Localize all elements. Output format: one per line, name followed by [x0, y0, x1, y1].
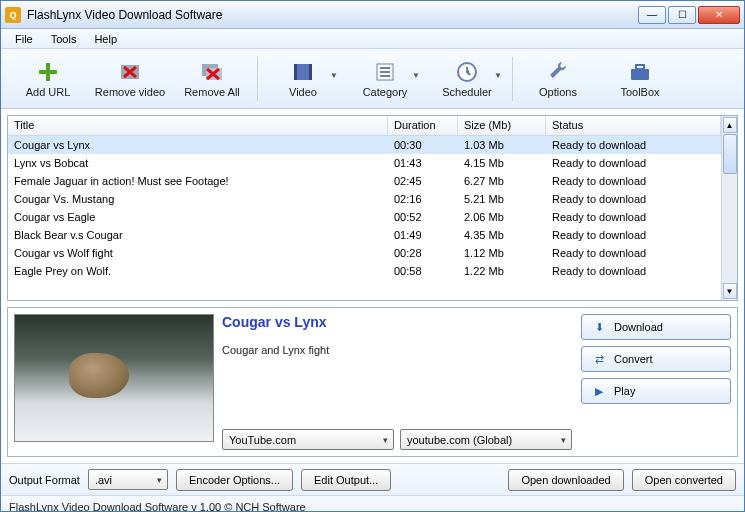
cell-title: Cougar vs Wolf fight — [8, 247, 388, 259]
bottom-bar: Output Format .avi Encoder Options... Ed… — [1, 463, 744, 495]
action-buttons: ⬇Download ⇄Convert ▶Play — [581, 314, 731, 450]
download-label: Download — [614, 321, 663, 333]
menu-help[interactable]: Help — [86, 31, 125, 47]
cell-size: 2.06 Mb — [458, 211, 546, 223]
scheduler-button[interactable]: Scheduler ▼ — [426, 53, 508, 105]
remove-video-button[interactable]: Remove video — [89, 53, 171, 105]
titlebar: Q FlashLynx Video Download Software — ☐ … — [1, 1, 744, 29]
options-button[interactable]: Options — [517, 53, 599, 105]
cell-status: Ready to download — [546, 265, 721, 277]
convert-icon: ⇄ — [592, 352, 606, 366]
cell-title: Cougar vs Eagle — [8, 211, 388, 223]
col-status[interactable]: Status — [546, 116, 721, 135]
table-row[interactable]: Cougar vs Wolf fight00:281.12 MbReady to… — [8, 244, 721, 262]
list-icon — [373, 60, 397, 84]
cell-size: 4.35 Mb — [458, 229, 546, 241]
table-row[interactable]: Cougar vs Lynx00:301.03 MbReady to downl… — [8, 136, 721, 154]
detail-panel: Cougar vs Lynx Cougar and Lynx fight You… — [7, 307, 738, 457]
remove-all-button[interactable]: Remove All — [171, 53, 253, 105]
video-label: Video — [289, 86, 317, 98]
convert-button[interactable]: ⇄Convert — [581, 346, 731, 372]
convert-label: Convert — [614, 353, 653, 365]
category-button[interactable]: Category ▼ — [344, 53, 426, 105]
cell-duration: 00:28 — [388, 247, 458, 259]
scroll-track[interactable] — [723, 134, 737, 282]
cell-status: Ready to download — [546, 229, 721, 241]
column-headers: Title Duration Size (Mb) Status — [8, 116, 721, 136]
scheduler-label: Scheduler — [442, 86, 492, 98]
chevron-down-icon: ▼ — [494, 71, 502, 80]
film-x-all-icon — [200, 60, 224, 84]
cell-title: Female Jaguar in action! Must see Footag… — [8, 175, 388, 187]
vertical-scrollbar[interactable]: ▲ ▼ — [721, 116, 737, 300]
table-row[interactable]: Black Bear v.s Cougar01:494.35 MbReady t… — [8, 226, 721, 244]
options-label: Options — [539, 86, 577, 98]
cell-status: Ready to download — [546, 211, 721, 223]
source-select[interactable]: YouTube.com — [222, 429, 394, 450]
add-url-button[interactable]: Add URL — [7, 53, 89, 105]
remove-video-label: Remove video — [95, 86, 165, 98]
download-button[interactable]: ⬇Download — [581, 314, 731, 340]
cell-duration: 00:58 — [388, 265, 458, 277]
menubar: File Tools Help — [1, 29, 744, 49]
cell-title: Cougar vs Lynx — [8, 139, 388, 151]
minimize-button[interactable]: — — [638, 6, 666, 24]
detail-description: Cougar and Lynx fight — [222, 344, 573, 429]
cell-size: 1.22 Mb — [458, 265, 546, 277]
detail-info: Cougar vs Lynx Cougar and Lynx fight You… — [222, 314, 573, 450]
svg-rect-4 — [294, 64, 297, 80]
toolbox-label: ToolBox — [620, 86, 659, 98]
status-bar: FlashLynx Video Download Software v 1.00… — [1, 495, 744, 512]
chevron-down-icon: ▼ — [330, 71, 338, 80]
cell-title: Lynx vs Bobcat — [8, 157, 388, 169]
close-button[interactable]: ✕ — [698, 6, 740, 24]
scroll-down-button[interactable]: ▼ — [723, 283, 737, 299]
remove-all-label: Remove All — [184, 86, 240, 98]
toolbox-icon — [628, 60, 652, 84]
rows-container: Cougar vs Lynx00:301.03 MbReady to downl… — [8, 136, 721, 300]
app-icon: Q — [5, 7, 21, 23]
table-row[interactable]: Lynx vs Bobcat01:434.15 MbReady to downl… — [8, 154, 721, 172]
col-title[interactable]: Title — [8, 116, 388, 135]
cell-size: 1.03 Mb — [458, 139, 546, 151]
edit-output-button[interactable]: Edit Output... — [301, 469, 391, 491]
cell-status: Ready to download — [546, 175, 721, 187]
region-value: youtube.com (Global) — [407, 434, 512, 446]
col-duration[interactable]: Duration — [388, 116, 458, 135]
output-format-value: .avi — [95, 474, 112, 486]
play-icon: ▶ — [592, 384, 606, 398]
detail-title: Cougar vs Lynx — [222, 314, 573, 330]
maximize-button[interactable]: ☐ — [668, 6, 696, 24]
cell-size: 1.12 Mb — [458, 247, 546, 259]
cell-title: Cougar Vs. Mustang — [8, 193, 388, 205]
play-button[interactable]: ▶Play — [581, 378, 731, 404]
encoder-options-button[interactable]: Encoder Options... — [176, 469, 293, 491]
cell-duration: 01:49 — [388, 229, 458, 241]
output-format-select[interactable]: .avi — [88, 469, 168, 490]
scroll-thumb[interactable] — [723, 134, 737, 174]
table-row[interactable]: Female Jaguar in action! Must see Footag… — [8, 172, 721, 190]
cell-status: Ready to download — [546, 247, 721, 259]
cell-duration: 00:30 — [388, 139, 458, 151]
toolbox-button[interactable]: ToolBox — [599, 53, 681, 105]
open-converted-button[interactable]: Open converted — [632, 469, 736, 491]
film-x-icon — [118, 60, 142, 84]
cell-status: Ready to download — [546, 193, 721, 205]
scroll-up-button[interactable]: ▲ — [723, 117, 737, 133]
menu-file[interactable]: File — [7, 31, 41, 47]
col-size[interactable]: Size (Mb) — [458, 116, 546, 135]
output-format-label: Output Format — [9, 474, 80, 486]
open-downloaded-button[interactable]: Open downloaded — [508, 469, 623, 491]
film-icon — [291, 60, 315, 84]
cell-size: 4.15 Mb — [458, 157, 546, 169]
table-row[interactable]: Cougar Vs. Mustang02:165.21 MbReady to d… — [8, 190, 721, 208]
table-row[interactable]: Eagle Prey on Wolf.00:581.22 MbReady to … — [8, 262, 721, 280]
plus-icon — [36, 60, 60, 84]
region-select[interactable]: youtube.com (Global) — [400, 429, 572, 450]
video-button[interactable]: Video ▼ — [262, 53, 344, 105]
table-row[interactable]: Cougar vs Eagle00:522.06 MbReady to down… — [8, 208, 721, 226]
cell-size: 6.27 Mb — [458, 175, 546, 187]
menu-tools[interactable]: Tools — [43, 31, 85, 47]
add-url-label: Add URL — [26, 86, 71, 98]
wrench-icon — [546, 60, 570, 84]
